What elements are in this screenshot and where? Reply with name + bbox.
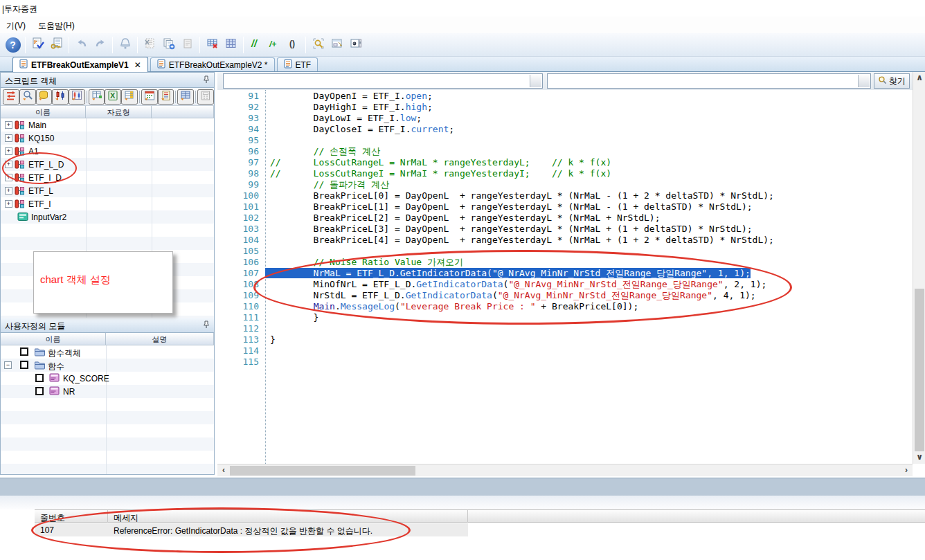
column-header-0[interactable]: 이름 — [1, 106, 86, 118]
candle-box-button[interactable] — [69, 89, 85, 105]
checkbox[interactable] — [35, 374, 44, 382]
chevron-down-icon[interactable] — [858, 75, 870, 87]
pin-icon[interactable] — [202, 75, 210, 86]
scroll-right-icon[interactable]: › — [900, 464, 913, 477]
table-go-button[interactable] — [177, 89, 194, 105]
horizontal-scrollbar-thumb[interactable] — [230, 466, 415, 476]
tree-item-a1[interactable]: +A1 — [1, 145, 214, 158]
checkbox[interactable] — [20, 347, 28, 356]
scroll-down-icon[interactable]: ∨ — [913, 451, 925, 464]
code-line: 99 // 돌파가격 계산 — [217, 179, 910, 190]
tree-item-inputvar2[interactable]: InputVar2 — [1, 210, 214, 224]
checkbox[interactable] — [20, 361, 28, 369]
candle-icon — [55, 90, 66, 103]
bell-button[interactable] — [116, 35, 134, 54]
object-combo-box[interactable] — [223, 73, 543, 89]
comment-add-icon: /+ — [269, 37, 281, 52]
redo-button[interactable] — [91, 35, 109, 54]
search-button[interactable] — [19, 89, 36, 105]
search-icon — [878, 75, 887, 87]
error-column-header-1[interactable]: 메세지 — [108, 510, 468, 523]
coins-icon — [38, 90, 49, 103]
script-panel-title: 스크립트 객체 — [5, 76, 57, 86]
tree-item-main[interactable]: +Main — [1, 118, 214, 132]
table-add-button[interactable] — [89, 89, 105, 105]
paren-button[interactable]: () — [284, 35, 303, 54]
comment-button[interactable]: // — [246, 35, 265, 54]
paste-button[interactable] — [178, 35, 197, 54]
column-header-0[interactable]: 이름 — [1, 333, 106, 345]
line-number: 114 — [217, 345, 259, 356]
expand-icon[interactable]: + — [5, 121, 12, 129]
close-icon[interactable]: ✕ — [134, 60, 141, 70]
find-button[interactable] — [309, 35, 327, 54]
output-splitter-band[interactable] — [0, 478, 925, 496]
expand-icon[interactable]: + — [5, 187, 12, 195]
tab-etfbreakoutexamplev2-[interactable]: ETFBreakOutExampleV2 * — [150, 57, 275, 71]
vertical-scrollbar[interactable]: ∧ ∨ — [913, 72, 925, 464]
paren-icon: () — [287, 37, 300, 52]
expand-icon[interactable]: + — [5, 161, 12, 168]
comment-add-button[interactable]: /+ — [265, 35, 284, 54]
help-button[interactable]: ? — [3, 35, 22, 54]
expand-icon[interactable]: + — [5, 200, 12, 208]
tab-etf[interactable]: ETF — [277, 57, 318, 71]
modules-tree[interactable]: 함수객체−함수KQ_SCORENR — [1, 345, 214, 474]
cut-button[interactable] — [141, 35, 159, 54]
help-icon: ? — [6, 37, 21, 53]
script-check-button[interactable] — [28, 35, 47, 54]
scroll-left-icon[interactable]: ‹ — [217, 464, 230, 477]
method-combo-box[interactable] — [547, 73, 871, 89]
horizontal-scrollbar[interactable]: ‹ › — [217, 464, 913, 476]
table-col-button[interactable] — [121, 89, 138, 105]
undo-button[interactable] — [72, 35, 91, 54]
calc-button[interactable] — [197, 89, 214, 105]
svg-text:(): () — [289, 39, 295, 48]
code-line: 98// LossCutRangeI = NrMaI * rangeYester… — [217, 168, 910, 179]
journal-button[interactable] — [158, 89, 174, 105]
copy-add-button[interactable] — [159, 35, 178, 54]
excel-button[interactable]: X — [105, 89, 121, 105]
form-ok-button[interactable] — [327, 35, 346, 54]
tree-item-kq150[interactable]: +KQ150 — [1, 132, 214, 145]
column-header-1[interactable]: 자료형 — [86, 106, 152, 118]
code-text: } — [270, 312, 318, 323]
vertical-scrollbar-thumb[interactable] — [915, 289, 924, 451]
column-header-1[interactable]: 설명 — [106, 333, 214, 345]
chevron-down-icon[interactable] — [530, 75, 541, 87]
search-icon — [22, 90, 33, 103]
error-row[interactable]: 107ReferenceError: GetIndicatorData : 정상… — [35, 523, 468, 536]
module-item-nr[interactable]: NR — [1, 385, 214, 398]
expand-icon[interactable]: + — [5, 174, 12, 181]
code-line: 96 // 손절폭 계산 — [217, 146, 910, 157]
tab-etfbreakoutexamplev1[interactable]: ETFBreakOutExampleV1✕ — [12, 57, 148, 72]
checkbox[interactable] — [35, 387, 44, 395]
calendar-button[interactable] — [141, 89, 158, 105]
grid-button[interactable] — [222, 35, 240, 54]
collapse-icon[interactable]: − — [4, 361, 12, 369]
code-text: // LossCutRangeL = NrMaL * rangeYesterda… — [270, 157, 611, 168]
expand-icon[interactable]: + — [5, 147, 12, 155]
module-item-kq_score[interactable]: KQ_SCORE — [1, 372, 214, 385]
coins-button[interactable] — [36, 89, 53, 105]
tree-item-etf_i[interactable]: +ETF_I — [1, 197, 214, 210]
tree-item-etf_l_d[interactable]: +ETF_L_D — [1, 158, 214, 171]
key-doc-button[interactable] — [47, 35, 66, 54]
tree-item-etf_l[interactable]: +ETF_L — [1, 184, 214, 197]
tree-item-label: InputVar2 — [31, 213, 66, 222]
candle-button[interactable] — [52, 89, 69, 105]
scroll-up-icon[interactable]: ∧ — [913, 72, 925, 84]
pin-icon[interactable] — [202, 320, 210, 331]
tree-item-etf_i_d[interactable]: +ETF_I_D — [1, 171, 214, 184]
module-item-함수[interactable]: −함수 — [1, 359, 214, 372]
table-delete-button[interactable] — [203, 35, 222, 54]
expand-icon[interactable]: + — [5, 134, 12, 142]
error-column-header-0[interactable]: 줄번호 — [35, 510, 108, 523]
swap-button[interactable] — [3, 89, 19, 105]
form-browse-button[interactable] — [346, 35, 365, 54]
menu-item-0[interactable]: 기(V) — [0, 17, 32, 33]
module-item-함수객체[interactable]: 함수객체 — [1, 345, 214, 359]
menu-item-1[interactable]: 도움말(H) — [32, 17, 81, 33]
find-button[interactable]: 찾기 — [874, 73, 910, 89]
code-editor[interactable]: 91 DayOpenI = ETF_I.open;92 DayHighI = E… — [217, 90, 913, 464]
